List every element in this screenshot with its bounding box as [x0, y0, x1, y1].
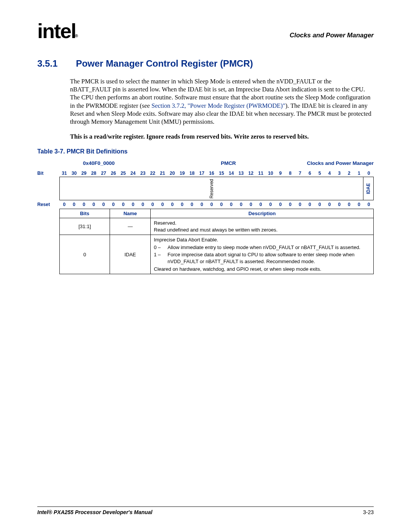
bit-number: 14	[226, 170, 236, 177]
reset-value: 0	[276, 200, 285, 209]
bit-number: 27	[99, 170, 108, 177]
section-number: 3.5.1	[37, 58, 57, 69]
reset-value: 0	[158, 200, 167, 209]
cross-reference-link[interactable]: Section 3.7.2, "Power Mode Register (PWR…	[151, 102, 285, 109]
reset-value: 0	[167, 200, 177, 209]
col-bits: Bits	[60, 209, 110, 218]
bit-number: 22	[148, 170, 158, 177]
table-row: 0 IDAE Imprecise Data Abort Enable. 0 –A…	[60, 235, 374, 274]
reset-value: 0	[236, 200, 246, 209]
bit-number: 4	[325, 170, 335, 177]
reset-value: 0	[177, 200, 187, 209]
reset-value: 0	[295, 200, 305, 209]
bit-number: 3	[335, 170, 344, 177]
bit-number: 15	[217, 170, 226, 177]
bit-number: 0	[364, 170, 374, 177]
reset-value: 0	[285, 200, 295, 209]
bit-number: 26	[108, 170, 118, 177]
reset-value: 0	[89, 200, 99, 209]
col-name: Name	[110, 209, 151, 218]
bit-number: 19	[177, 170, 187, 177]
reset-row-label: Reset	[37, 200, 59, 209]
reset-value: 0	[226, 200, 236, 209]
register-module: Clocks and Power Manager	[277, 160, 374, 166]
bit-number: 1	[354, 170, 364, 177]
col-description: Description	[151, 209, 374, 218]
reset-value: 0	[118, 200, 128, 209]
bit-number: 20	[167, 170, 177, 177]
bit-number: 25	[118, 170, 128, 177]
bit-number: 28	[89, 170, 99, 177]
intel-logo: intel®	[37, 23, 78, 39]
reset-value: 0	[335, 200, 344, 209]
reset-value: 0	[69, 200, 79, 209]
reset-value: 0	[256, 200, 266, 209]
bit-number: 16	[207, 170, 217, 177]
bit-number: 30	[69, 170, 79, 177]
reset-value: 0	[305, 200, 315, 209]
footer-page-number: 3-23	[363, 509, 374, 515]
bit-number: 11	[256, 170, 266, 177]
reset-value: 0	[315, 200, 325, 209]
page-footer: Intel® PXA255 Processor Developer's Manu…	[37, 506, 374, 515]
table-row: [31:1] — Reserved. Read undefined and mu…	[60, 218, 374, 235]
chapter-title: Clocks and Power Manager	[290, 32, 374, 39]
bit-number: 8	[285, 170, 295, 177]
reset-value: 0	[344, 200, 354, 209]
bit-number: 23	[138, 170, 148, 177]
field-reserved: Reserved	[59, 177, 363, 200]
reset-value: 0	[108, 200, 118, 209]
bit-number: 29	[79, 170, 89, 177]
register-header-row: 0x40F0_0000 PMCR Clocks and Power Manage…	[37, 160, 374, 166]
footer-doc-title: Intel® PXA255 Processor Developer's Manu…	[37, 509, 152, 515]
bit-number: 12	[246, 170, 256, 177]
bit-number: 10	[266, 170, 276, 177]
reset-value: 0	[364, 200, 374, 209]
reset-value: 0	[128, 200, 138, 209]
reset-value: 0	[266, 200, 276, 209]
bit-number: 7	[295, 170, 305, 177]
bit-number: 31	[59, 170, 69, 177]
reset-value: 0	[246, 200, 256, 209]
reset-value: 0	[354, 200, 364, 209]
bit-row-label: Bit	[37, 170, 59, 177]
section-heading: 3.5.1 Power Manager Control Register (PM…	[37, 58, 374, 69]
register-note: This is a read/write register. Ignore re…	[70, 133, 374, 141]
bit-number: 24	[128, 170, 138, 177]
bit-number: 21	[158, 170, 167, 177]
bit-number: 17	[197, 170, 207, 177]
bit-number: 13	[236, 170, 246, 177]
field-idae: IDAE	[363, 177, 374, 200]
bit-description-table: Bits Name Description [31:1] — Reserved.…	[59, 209, 374, 274]
reset-value: 0	[59, 200, 69, 209]
section-title: Power Manager Control Register (PMCR)	[76, 58, 253, 69]
bit-number: 5	[315, 170, 325, 177]
register-address: 0x40F0_0000	[37, 160, 180, 166]
reset-value: 0	[197, 200, 207, 209]
bit-number: 9	[276, 170, 285, 177]
reset-value: 0	[138, 200, 148, 209]
reset-value: 0	[148, 200, 158, 209]
reset-value: 0	[207, 200, 217, 209]
section-paragraph: The PMCR is used to select the manner in…	[70, 77, 374, 126]
reset-value: 0	[79, 200, 89, 209]
reset-value: 0	[187, 200, 197, 209]
table-caption: Table 3-7. PMCR Bit Definitions	[37, 148, 374, 155]
bit-number: 6	[305, 170, 315, 177]
reset-value: 0	[217, 200, 226, 209]
reset-value: 0	[325, 200, 335, 209]
register-name: PMCR	[180, 160, 277, 166]
bit-number: 18	[187, 170, 197, 177]
bit-number: 2	[344, 170, 354, 177]
reset-value: 0	[99, 200, 108, 209]
